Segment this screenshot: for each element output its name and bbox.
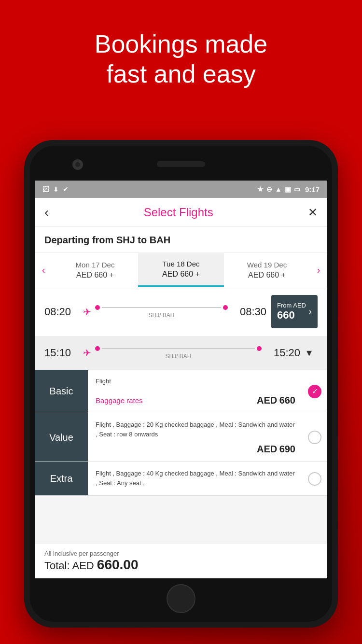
page-title: Select Flights — [144, 206, 213, 219]
fare-row-value[interactable]: Value Flight , Baggage : 20 Kg checked b… — [35, 413, 327, 462]
check-icon: ✔ — [63, 185, 69, 193]
fare-desc-value: Flight , Baggage : 20 Kg checked baggage… — [96, 420, 295, 439]
flight2-plane-icon: ✈ — [83, 347, 91, 359]
flight1-plane-icon: ✈ — [83, 306, 91, 318]
signal-icon: ▣ — [285, 185, 291, 193]
flight2-expand-btn[interactable]: ▾ — [300, 344, 318, 362]
wifi-icon: ▲ — [275, 185, 282, 193]
date-prev-arrow[interactable]: ‹ — [35, 253, 52, 287]
flight1-dot-right — [223, 305, 228, 310]
fare-row-basic[interactable]: Basic Flight Baggage rates AED 660 — [35, 370, 327, 413]
screen: 🖼 ⬇ ✔ ★ ⊖ ▲ ▣ ▭ 9:17 ‹ Select Flights ✕ — [35, 181, 327, 578]
fare-row-extra[interactable]: Extra Flight , Baggage : 40 Kg checked b… — [35, 462, 327, 496]
date-selector: ‹ Mon 17 Dec AED 660 + Tue 18 Dec AED 66… — [35, 253, 327, 287]
flight1-chevron-icon: › — [309, 307, 312, 317]
fare-price-basic: AED 660 — [257, 395, 295, 406]
status-bar: 🖼 ⬇ ✔ ★ ⊖ ▲ ▣ ▭ 9:17 — [35, 181, 327, 198]
mute-icon: ⊖ — [266, 185, 272, 193]
app-header: ‹ Select Flights ✕ — [35, 198, 327, 227]
date-col-next[interactable]: Wed 19 Dec AED 660 + — [224, 254, 310, 286]
download-icon: ⬇ — [53, 185, 59, 193]
flight2-line-middle — [102, 348, 255, 349]
radio-basic[interactable] — [308, 385, 321, 398]
flight1-arrive-time: 08:30 — [228, 306, 266, 318]
fare-amount-value: 690 — [279, 444, 295, 454]
fare-label-basic: Basic — [35, 370, 88, 413]
home-button[interactable] — [167, 584, 195, 613]
date-col-current[interactable]: Tue 18 Dec AED 660 + — [138, 253, 224, 287]
flight-row-2[interactable]: 15:10 ✈ SHJ/ BAH 15:20 ▾ — [35, 336, 327, 370]
date-next-arrow[interactable]: › — [310, 253, 327, 287]
fare-amount-basic: 660 — [279, 395, 295, 406]
flight1-from-label: From AED — [277, 302, 306, 309]
flight-row-1[interactable]: 08:20 ✈ SHJ/ BAH 08:30 From AED 660 — [35, 287, 327, 336]
radio-extra[interactable] — [308, 472, 321, 486]
date-label-prev: Mon 17 Dec — [56, 261, 134, 269]
flight2-dot-left — [95, 346, 100, 351]
battery-icon: ▭ — [294, 185, 300, 193]
phone-frame: 🖼 ⬇ ✔ ★ ⊖ ▲ ▣ ▭ 9:17 ‹ Select Flights ✕ — [24, 140, 338, 628]
flight2-arrive-time: 15:20 — [262, 347, 300, 359]
phone-inner: 🖼 ⬇ ✔ ★ ⊖ ▲ ▣ ▭ 9:17 ‹ Select Flights ✕ — [30, 146, 332, 622]
flight1-dot-left — [95, 305, 100, 310]
fare-desc-basic: Flight — [96, 377, 295, 386]
flight1-route-line — [95, 305, 228, 310]
date-label-next: Wed 19 Dec — [228, 261, 306, 269]
fare-price-prefix-value: AED — [257, 444, 277, 454]
flight2-dot-right — [257, 346, 262, 351]
footer-total-amount: 660.00 — [97, 557, 139, 572]
fare-price-prefix-basic: AED — [257, 395, 277, 406]
flight1-line: SHJ/ BAH — [95, 305, 228, 319]
status-time: 9:17 — [305, 185, 320, 194]
fare-price-value: AED 690 — [257, 444, 295, 455]
flight1-line-middle — [102, 307, 221, 308]
close-button[interactable]: ✕ — [308, 206, 318, 219]
flight2-depart-time: 15:10 — [44, 347, 83, 359]
status-icons-right: ★ ⊖ ▲ ▣ ▭ 9:17 — [257, 185, 320, 194]
date-price-prev: AED 660 + — [56, 271, 134, 280]
flight1-book-btn[interactable]: From AED 660 › — [271, 295, 318, 328]
fare-details-value: Flight , Baggage : 20 Kg checked baggage… — [88, 413, 303, 462]
fare-details-basic: Flight Baggage rates AED 660 — [88, 370, 303, 413]
tagline-line1: Bookings made — [0, 29, 362, 59]
tagline: Bookings made fast and easy — [0, 29, 362, 89]
flight1-route-label: SHJ/ BAH — [149, 312, 175, 319]
image-icon: 🖼 — [42, 185, 49, 193]
flight1-depart-time: 08:20 — [44, 306, 83, 318]
tagline-line2: fast and easy — [0, 59, 362, 89]
speaker — [157, 161, 205, 167]
back-button[interactable]: ‹ — [44, 205, 49, 220]
camera — [72, 159, 83, 170]
date-price-current: AED 660 + — [142, 270, 220, 279]
flight2-route-label: SHJ/ BAH — [165, 353, 191, 360]
footer-total: All inclusive per passenger Total: AED 6… — [35, 544, 327, 578]
flight1-price: 660 — [277, 309, 306, 322]
fare-desc-extra: Flight , Baggage : 40 Kg checked baggage… — [96, 469, 295, 488]
date-price-next: AED 660 + — [228, 271, 306, 280]
fare-label-value: Value — [35, 413, 88, 462]
footer-price: Total: AED 660.00 — [44, 557, 318, 573]
date-col-prev[interactable]: Mon 17 Dec AED 660 + — [52, 254, 138, 286]
fare-label-extra: Extra — [35, 462, 88, 495]
footer-total-label: Total: AED — [44, 560, 94, 572]
fare-details-extra: Flight , Baggage : 40 Kg checked baggage… — [88, 462, 303, 495]
bluetooth-icon: ★ — [257, 185, 264, 193]
radio-value[interactable] — [308, 431, 321, 444]
route-title: Departing from SHJ to BAH — [35, 227, 327, 253]
flight2-route-line — [95, 346, 262, 351]
date-label-current: Tue 18 Dec — [142, 260, 220, 268]
footer-inclusive-label: All inclusive per passenger — [44, 550, 318, 557]
flight2-line: SHJ/ BAH — [95, 346, 262, 360]
flight1-book-content: From AED 660 — [277, 302, 306, 322]
baggage-rates-link[interactable]: Baggage rates — [96, 396, 143, 405]
fare-price-row-value: AED 690 — [96, 444, 295, 455]
status-icons-left: 🖼 ⬇ ✔ — [42, 185, 69, 193]
fare-options: Basic Flight Baggage rates AED 660 — [35, 370, 327, 496]
fare-price-row-basic: Baggage rates AED 660 — [96, 395, 295, 406]
